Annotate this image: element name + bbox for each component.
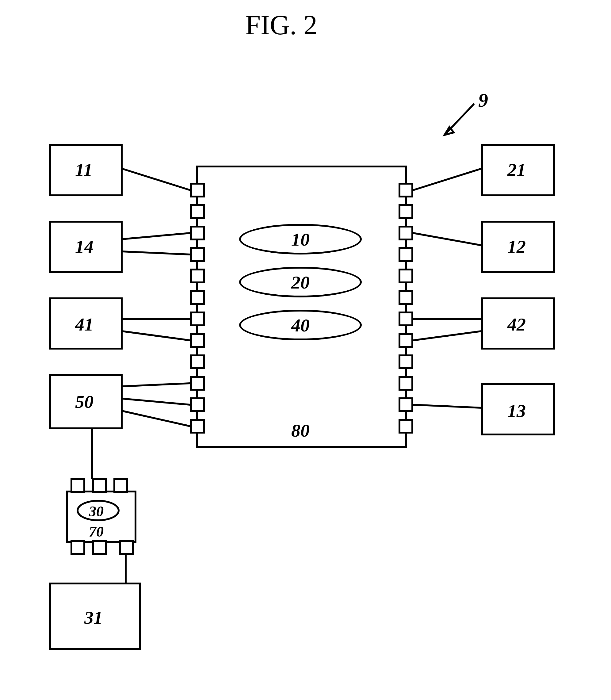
port-right-7 <box>399 312 413 326</box>
svg-line-7 <box>122 399 190 405</box>
ellipse-10-label: 10 <box>291 229 310 250</box>
box-31-label: 31 <box>84 607 103 628</box>
ellipse-30-label: 30 <box>89 503 104 520</box>
port-left-12 <box>190 419 205 434</box>
svg-line-13 <box>413 405 481 408</box>
svg-line-1 <box>122 169 190 190</box>
port-left-10 <box>190 376 205 391</box>
sm-port-bot-1 <box>71 540 85 555</box>
port-left-5 <box>190 269 205 283</box>
assembly-label: 9 <box>478 89 488 111</box>
svg-line-10 <box>413 233 481 245</box>
port-right-4 <box>399 247 413 262</box>
port-right-8 <box>399 333 413 348</box>
port-right-6 <box>399 290 413 305</box>
box-41-label: 41 <box>75 314 93 335</box>
port-right-9 <box>399 355 413 369</box>
port-left-4 <box>190 247 205 262</box>
svg-line-3 <box>122 251 190 254</box>
sm-port-top-1 <box>71 478 85 493</box>
box-14-label: 14 <box>75 236 93 257</box>
port-right-11 <box>399 397 413 412</box>
box-12-label: 12 <box>507 236 526 257</box>
svg-line-0 <box>445 104 474 135</box>
box-50-label: 50 <box>75 391 93 412</box>
box-13-label: 13 <box>507 400 526 421</box>
central-box-label: 80 <box>291 420 310 441</box>
port-right-12 <box>399 419 413 434</box>
svg-line-12 <box>413 331 481 340</box>
box-11-label: 11 <box>75 160 93 181</box>
figure-title: FIG. 2 <box>245 9 317 41</box>
central-box-80 <box>196 166 407 448</box>
small-module-label: 70 <box>89 523 104 540</box>
port-left-2 <box>190 204 205 219</box>
port-left-1 <box>190 183 205 197</box>
port-right-3 <box>399 226 413 240</box>
svg-line-9 <box>413 169 481 190</box>
port-right-5 <box>399 269 413 283</box>
ellipse-20-label: 20 <box>291 272 310 293</box>
sm-port-top-3 <box>114 478 128 493</box>
box-21-label: 21 <box>507 160 526 181</box>
port-left-9 <box>190 355 205 369</box>
port-right-2 <box>399 204 413 219</box>
svg-line-2 <box>122 233 190 239</box>
port-left-6 <box>190 290 205 305</box>
port-left-3 <box>190 226 205 240</box>
sm-port-top-2 <box>92 478 107 493</box>
svg-line-8 <box>122 411 190 426</box>
port-right-10 <box>399 376 413 391</box>
sm-port-bot-3 <box>119 540 134 555</box>
sm-port-bot-2 <box>92 540 107 555</box>
port-right-1 <box>399 183 413 197</box>
port-left-7 <box>190 312 205 326</box>
port-left-11 <box>190 397 205 412</box>
box-42-label: 42 <box>507 314 526 335</box>
svg-line-5 <box>122 331 190 340</box>
svg-line-6 <box>122 383 190 386</box>
ellipse-40-label: 40 <box>291 315 310 336</box>
port-left-8 <box>190 333 205 348</box>
